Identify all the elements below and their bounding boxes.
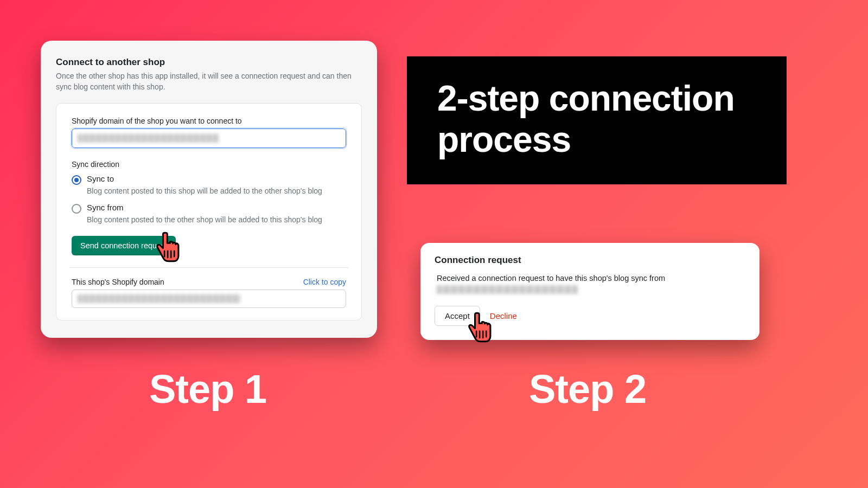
sync-to-desc: Blog content posted to this shop will be… — [87, 187, 346, 195]
step2-label: Step 2 — [529, 366, 646, 412]
sync-from-label: Sync from — [87, 203, 124, 212]
hero-title-panel: 2-step connection process — [407, 56, 787, 184]
this-domain-input[interactable] — [72, 290, 346, 308]
this-domain-value — [78, 294, 240, 303]
sync-to-option[interactable]: Sync to — [72, 174, 346, 185]
requesting-shop-domain — [437, 285, 578, 294]
target-domain-placeholder — [78, 134, 219, 143]
connection-request-title: Connection request — [435, 255, 745, 266]
divider — [69, 267, 348, 268]
radio-icon[interactable] — [72, 175, 81, 185]
connect-title: Connect to another shop — [56, 57, 362, 68]
radio-icon[interactable] — [72, 204, 81, 214]
sync-from-option[interactable]: Sync from — [72, 203, 346, 214]
connect-subtitle: Once the other shop has this app install… — [56, 71, 362, 92]
connect-card-header: Connect to another shop Once the other s… — [41, 54, 377, 94]
decline-button[interactable]: Decline — [490, 311, 517, 320]
click-to-copy-link[interactable]: Click to copy — [303, 278, 346, 286]
hero-title: 2-step connection process — [437, 78, 756, 160]
domain-label: Shopify domain of the shop you want to c… — [72, 117, 346, 125]
connection-request-card: Connection request Received a connection… — [420, 243, 760, 340]
step1-label: Step 1 — [149, 366, 266, 412]
this-domain-label: This shop's Shopify domain — [72, 278, 164, 286]
sync-direction-label: Sync direction — [72, 160, 346, 169]
sync-to-label: Sync to — [87, 174, 114, 183]
connect-form: Shopify domain of the shop you want to c… — [56, 103, 362, 320]
connection-request-message: Received a connection request to have th… — [437, 274, 665, 282]
accept-button[interactable]: Accept — [435, 306, 480, 326]
send-connection-request-button[interactable]: Send connection request — [72, 236, 176, 255]
sync-from-desc: Blog content posted to the other shop wi… — [87, 215, 346, 224]
target-domain-input[interactable] — [72, 129, 346, 148]
connect-card: Connect to another shop Once the other s… — [41, 41, 377, 338]
